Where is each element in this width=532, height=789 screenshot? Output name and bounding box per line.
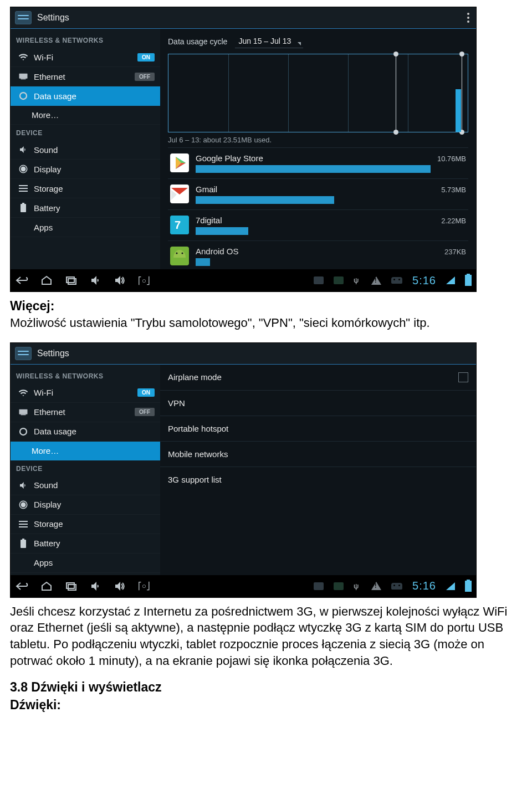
ethernet-toggle[interactable]: OFF (135, 408, 155, 416)
sidebar-item-storage[interactable]: Storage (11, 179, 160, 198)
signal-icon (446, 276, 455, 284)
battery-status-icon[interactable] (334, 276, 344, 284)
sidebar-item-more[interactable]: More… (11, 442, 160, 460)
svg-point-3 (21, 167, 25, 171)
back-icon[interactable] (15, 273, 29, 288)
sidebar-sound-label: Sound (34, 480, 58, 490)
overflow-menu-icon[interactable] (465, 11, 472, 25)
app-icon: 7 (170, 216, 189, 234)
sidebar-item-battery[interactable]: Battery (11, 198, 160, 218)
sidebar-item-display[interactable]: Display (11, 495, 160, 515)
ethernet-toggle[interactable]: OFF (135, 73, 155, 81)
app-usage-bar (196, 165, 431, 173)
more-item-vpn[interactable]: VPN (160, 391, 476, 416)
settings-icon (15, 347, 32, 360)
system-navbar: ⎡○⎦ ψ 5:16 (11, 269, 476, 291)
storage-icon (18, 183, 28, 193)
sidebar-item-wifi[interactable]: Wi-Fi ON (11, 383, 160, 403)
sidebar-more-label: More… (32, 110, 59, 120)
g3-label: 3G support list (168, 475, 222, 484)
wifi-icon (18, 388, 28, 398)
app-title: Settings (37, 13, 69, 23)
volume-down-icon[interactable] (88, 579, 103, 593)
app-usage-bar (196, 196, 334, 204)
debug-status-icon[interactable] (391, 583, 402, 590)
screenshot-icon[interactable]: ⎡○⎦ (137, 273, 151, 288)
sidebar-item-storage[interactable]: Storage (11, 515, 160, 534)
data-usage-icon (18, 91, 28, 101)
app-icon (170, 153, 189, 172)
recent-icon[interactable] (64, 273, 78, 288)
app-usage-size: 2.22MB (441, 217, 466, 225)
svg-rect-21 (21, 414, 26, 415)
home-icon[interactable] (39, 579, 54, 593)
range-handle-right[interactable] (462, 54, 462, 132)
home-icon[interactable] (39, 273, 54, 288)
sidebar-item-sound[interactable]: Sound (11, 476, 160, 495)
sidebar-battery-label: Battery (34, 203, 60, 213)
usb-status-icon[interactable]: ψ (354, 276, 361, 285)
sidebar-item-sound[interactable]: Sound (11, 140, 160, 160)
ethernet-icon (18, 407, 28, 417)
sidebar-item-apps[interactable]: Apps (11, 554, 160, 573)
battery-status-icon[interactable] (334, 582, 344, 590)
warning-status-icon[interactable] (371, 582, 381, 590)
settings-sidebar: WIRELESS & NETWORKS Wi-Fi ON Ethernet OF… (11, 365, 160, 575)
sidebar-item-battery[interactable]: Battery (11, 534, 160, 554)
svg-point-23 (21, 503, 25, 507)
cycle-select[interactable]: Jun 15 – Jul 13 (235, 34, 303, 48)
battery-indicator-icon (465, 581, 472, 592)
warning-status-icon[interactable] (371, 276, 381, 285)
svg-rect-1 (21, 79, 26, 80)
app-usage-row[interactable]: Gmail5.73MB (168, 178, 468, 209)
titlebar: Settings (11, 7, 476, 29)
apps-icon (18, 558, 28, 568)
app-name: 7digital (196, 216, 434, 225)
volume-up-icon[interactable] (112, 579, 127, 593)
recent-icon[interactable] (64, 579, 78, 593)
app-icon (170, 185, 189, 203)
sidebar-item-wifi[interactable]: Wi-Fi ON (11, 48, 160, 67)
sidebar-item-ethernet[interactable]: Ethernet OFF (11, 403, 160, 422)
app-usage-list: Google Play Store10.76MBGmail5.73MB77dig… (168, 147, 468, 267)
sidebar-item-data-usage[interactable]: Data usage (11, 86, 160, 106)
wifi-toggle[interactable]: ON (137, 388, 155, 397)
doc-text-1: Więcej: Możliwość ustawienia "Trybu samo… (10, 298, 522, 331)
sidebar-item-display[interactable]: Display (11, 160, 160, 179)
sidebar-display-label: Display (34, 165, 61, 174)
volume-down-icon[interactable] (88, 273, 103, 288)
settings-sidebar: WIRELESS & NETWORKS Wi-Fi ON Ethernet OF… (11, 29, 160, 269)
sidebar-item-more[interactable]: More… (11, 106, 160, 125)
screenshot-icon[interactable]: ⎡○⎦ (137, 579, 151, 593)
sound-icon (18, 145, 28, 155)
navbar-clock[interactable]: 5:16 (412, 274, 436, 287)
wifi-toggle[interactable]: ON (137, 53, 155, 62)
more-item-3g-support[interactable]: 3G support list (160, 467, 476, 492)
back-icon[interactable] (15, 579, 29, 593)
airplane-checkbox[interactable] (458, 372, 468, 382)
debug-status-icon[interactable] (391, 277, 402, 284)
usage-chart[interactable] (168, 54, 468, 132)
more-item-mobile-networks[interactable]: Mobile networks (160, 442, 476, 467)
signal-icon (446, 582, 455, 590)
app-usage-row[interactable]: Google Play Store10.76MB (168, 147, 468, 178)
data-usage-panel: Data usage cycle Jun 15 – Jul 13 Jul 6 –… (160, 29, 476, 269)
mobnet-label: Mobile networks (168, 449, 228, 459)
navbar-clock[interactable]: 5:16 (412, 580, 436, 592)
sidebar-item-data-usage[interactable]: Data usage (11, 422, 160, 442)
usb-status-icon[interactable]: ψ (354, 582, 361, 591)
app-usage-row[interactable]: Android OS237KB (168, 240, 468, 267)
range-handle-left[interactable] (396, 54, 396, 132)
app-usage-row[interactable]: 77digital2.22MB (168, 209, 468, 240)
doc2-subheading: Dźwięki: (10, 696, 522, 714)
sidebar-item-ethernet[interactable]: Ethernet OFF (11, 67, 160, 86)
sidebar-header-device: DEVICE (11, 125, 160, 140)
more-item-airplane[interactable]: Airplane mode (160, 365, 476, 391)
gallery-status-icon[interactable] (314, 276, 324, 284)
gallery-status-icon[interactable] (314, 582, 324, 590)
more-item-hotspot[interactable]: Portable hotspot (160, 416, 476, 442)
sidebar-header-device: DEVICE (11, 460, 160, 476)
vpn-label: VPN (168, 398, 185, 408)
sidebar-item-apps[interactable]: Apps (11, 218, 160, 237)
volume-up-icon[interactable] (112, 273, 127, 288)
